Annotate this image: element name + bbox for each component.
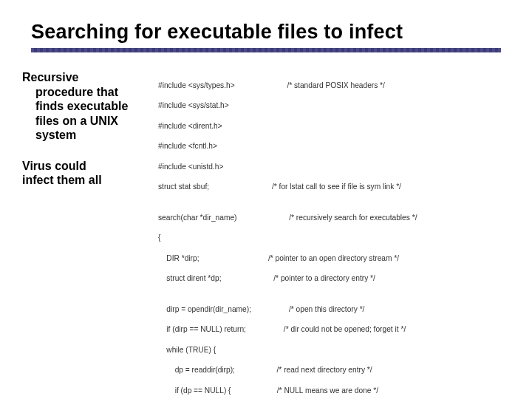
slide-body: Recursive procedure that finds executabl…: [0, 60, 532, 399]
slide-title: Searching for executable files to infect: [0, 0, 532, 48]
code-line: dp = readdir(dirp); /* read next directo…: [158, 365, 417, 375]
title-rule: [31, 48, 501, 52]
para1-line5: system: [22, 128, 154, 143]
para1-line3: finds executable: [22, 99, 154, 114]
code-line: struct dirent *dp; /* pointer to a direc…: [158, 273, 417, 284]
left-column: Recursive procedure that finds executabl…: [22, 70, 158, 204]
code-line: #include <sys/types.h> /* standard POSIX…: [158, 81, 417, 91]
para2-line1: Virus could: [22, 160, 86, 172]
code-line: #include <fcntl.h>: [158, 141, 417, 151]
slide: Searching for executable files to infect…: [0, 0, 532, 399]
code-line: #include <dirent.h>: [158, 121, 417, 132]
code-line: search(char *dir_name) /* recursively se…: [158, 213, 417, 223]
code-line: if (dp == NULL) { /* NULL means we are d…: [158, 386, 417, 396]
para1-line1: Recursive: [22, 71, 79, 83]
code-block: #include <sys/types.h> /* standard POSIX…: [158, 70, 417, 399]
paragraph-1: Recursive procedure that finds executabl…: [22, 70, 154, 143]
para1-line2: procedure that: [22, 85, 154, 100]
paragraph-2: Virus could infect them all: [22, 159, 154, 188]
code-line: struct stat sbuf; /* for lstat call to s…: [158, 182, 417, 192]
code-line: #include <sys/stat.h>: [158, 100, 417, 111]
code-line: DIR *dirp; /* pointer to an open directo…: [158, 253, 417, 264]
code-line: {: [158, 233, 417, 243]
code-line: #include <unistd.h>: [158, 162, 417, 172]
para1-line4: files on a UNIX: [22, 114, 154, 129]
code-line: dirp = opendir(dir_name); /* open this d…: [158, 304, 417, 315]
para2-line2: infect them all: [22, 174, 102, 186]
code-line: while (TRUE) {: [158, 345, 417, 355]
code-line: if (dirp == NULL) return; /* dir could n…: [158, 324, 417, 335]
